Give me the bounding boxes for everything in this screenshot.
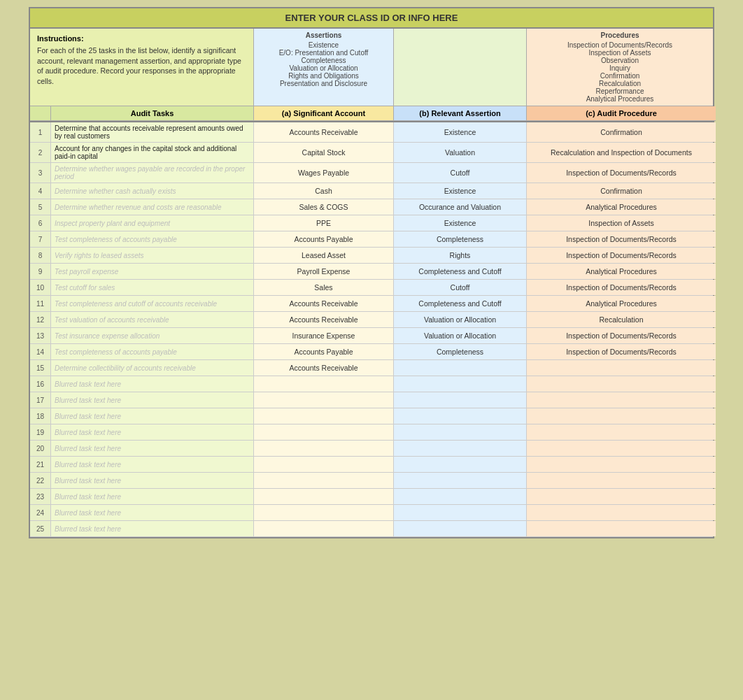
task-text[interactable]: Test completeness and cutoff of accounts… (51, 296, 254, 311)
assertion-cell[interactable]: Valuation or Allocation (394, 328, 527, 343)
account-cell[interactable] (254, 424, 394, 440)
procedure-cell[interactable] (527, 392, 716, 408)
task-text[interactable]: Blurred task text here (51, 505, 254, 520)
procedure-cell[interactable] (527, 441, 716, 456)
procedure-cell[interactable] (527, 457, 716, 472)
account-cell[interactable] (254, 489, 394, 504)
account-cell[interactable]: Accounts Receivable (254, 312, 394, 327)
assertion-cell[interactable] (394, 521, 527, 536)
assertion-cell[interactable]: Cutoff (394, 280, 527, 295)
assertion-cell[interactable]: Valuation (394, 143, 527, 162)
account-cell[interactable] (254, 441, 394, 456)
task-text[interactable]: Blurred task text here (51, 408, 254, 424)
procedure-cell[interactable]: Inspection of Documents/Records (527, 280, 716, 295)
account-cell[interactable] (254, 392, 394, 408)
account-cell[interactable] (254, 505, 394, 520)
assertion-cell[interactable]: Cutoff (394, 163, 527, 183)
procedure-cell[interactable] (527, 521, 716, 536)
task-text[interactable]: Blurred task text here (51, 473, 254, 488)
assertion-cell[interactable]: Existence (394, 215, 527, 231)
assertion-cell[interactable] (394, 473, 527, 488)
account-cell[interactable]: Sales (254, 280, 394, 295)
account-cell[interactable]: Accounts Receivable (254, 296, 394, 311)
task-text[interactable]: Blurred task text here (51, 424, 254, 440)
assertion-cell[interactable]: Valuation or Allocation (394, 312, 527, 327)
account-cell[interactable]: PPE (254, 215, 394, 231)
account-cell[interactable]: Cash (254, 183, 394, 199)
procedure-cell[interactable] (527, 408, 716, 424)
procedure-cell[interactable]: Analytical Procedures (527, 199, 716, 215)
procedure-cell[interactable] (527, 489, 716, 504)
account-cell[interactable]: Insurance Expense (254, 328, 394, 343)
account-cell[interactable]: Sales & COGS (254, 199, 394, 215)
assertion-cell[interactable] (394, 489, 527, 504)
account-cell[interactable] (254, 408, 394, 424)
procedure-cell[interactable]: Inspection of Assets (527, 215, 716, 231)
procedure-cell[interactable]: Recalculation and Inspection of Document… (527, 143, 716, 162)
procedure-cell[interactable]: Inspection of Documents/Records (527, 344, 716, 359)
account-cell[interactable]: Accounts Receivable (254, 122, 394, 142)
assertion-cell[interactable]: Occurance and Valuation (394, 199, 527, 215)
procedure-cell[interactable]: Analytical Procedures (527, 296, 716, 311)
procedure-cell[interactable] (527, 473, 716, 488)
task-text[interactable]: Blurred task text here (51, 376, 254, 392)
procedure-cell[interactable]: Confirmation (527, 183, 716, 199)
task-text[interactable]: Test cutoff for sales (51, 280, 254, 295)
account-cell[interactable]: Leased Asset (254, 248, 394, 263)
account-cell[interactable]: Accounts Payable (254, 344, 394, 359)
procedure-cell[interactable] (527, 360, 716, 376)
procedure-cell[interactable] (527, 424, 716, 440)
task-text[interactable]: Test valuation of accounts receivable (51, 312, 254, 327)
account-cell[interactable] (254, 473, 394, 488)
task-text[interactable]: Determine collectibility of accounts rec… (51, 360, 254, 376)
task-text[interactable]: Inspect property plant and equipment (51, 215, 254, 231)
assertion-cell[interactable] (394, 457, 527, 472)
task-text[interactable]: Verify rights to leased assets (51, 248, 254, 263)
procedure-cell[interactable]: Inspection of Documents/Records (527, 163, 716, 183)
assertion-cell[interactable] (394, 360, 527, 376)
task-text[interactable]: Blurred task text here (51, 521, 254, 536)
assertion-cell[interactable]: Completeness (394, 344, 527, 359)
task-text[interactable]: Blurred task text here (51, 489, 254, 504)
assertion-cell[interactable] (394, 505, 527, 520)
account-cell[interactable] (254, 457, 394, 472)
task-text[interactable]: Test completeness of accounts payable (51, 231, 254, 247)
task-text[interactable]: Determine that accounts receivable repre… (51, 122, 254, 142)
task-text[interactable]: Test insurance expense allocation (51, 328, 254, 343)
assertion-cell[interactable]: Existence (394, 183, 527, 199)
account-cell[interactable]: Capital Stock (254, 143, 394, 162)
procedure-cell[interactable]: Inspection of Documents/Records (527, 328, 716, 343)
task-text[interactable]: Test payroll expense (51, 264, 254, 279)
assertion-cell[interactable]: Completeness and Cutoff (394, 264, 527, 279)
assertion-cell[interactable]: Completeness and Cutoff (394, 296, 527, 311)
assertion-cell[interactable] (394, 408, 527, 424)
account-cell[interactable]: Accounts Payable (254, 231, 394, 247)
account-cell[interactable]: Wages Payable (254, 163, 394, 183)
task-text[interactable]: Account for any changes in the capital s… (51, 143, 254, 162)
assertion-cell[interactable] (394, 424, 527, 440)
account-cell[interactable]: Accounts Receivable (254, 360, 394, 376)
task-text[interactable]: Blurred task text here (51, 441, 254, 456)
task-text[interactable]: Test completeness of accounts payable (51, 344, 254, 359)
procedure-cell[interactable]: Recalculation (527, 312, 716, 327)
task-text[interactable]: Determine whether cash actually exists (51, 183, 254, 199)
assertion-cell[interactable]: Rights (394, 248, 527, 263)
task-text[interactable]: Blurred task text here (51, 392, 254, 408)
assertion-cell[interactable] (394, 441, 527, 456)
assertion-cell[interactable]: Completeness (394, 231, 527, 247)
procedure-cell[interactable]: Analytical Procedures (527, 264, 716, 279)
assertion-cell[interactable]: Existence (394, 122, 527, 142)
account-cell[interactable] (254, 376, 394, 392)
task-text[interactable]: Determine whether wages payable are reco… (51, 163, 254, 183)
procedure-cell[interactable] (527, 505, 716, 520)
procedure-cell[interactable]: Confirmation (527, 122, 716, 142)
task-text[interactable]: Determine whether revenue and costs are … (51, 199, 254, 215)
account-cell[interactable] (254, 521, 394, 536)
account-cell[interactable]: Payroll Expense (254, 264, 394, 279)
procedure-cell[interactable]: Inspection of Documents/Records (527, 231, 716, 247)
assertion-cell[interactable] (394, 392, 527, 408)
assertion-cell[interactable] (394, 376, 527, 392)
procedure-cell[interactable] (527, 376, 716, 392)
task-text[interactable]: Blurred task text here (51, 457, 254, 472)
procedure-cell[interactable]: Inspection of Documents/Records (527, 248, 716, 263)
